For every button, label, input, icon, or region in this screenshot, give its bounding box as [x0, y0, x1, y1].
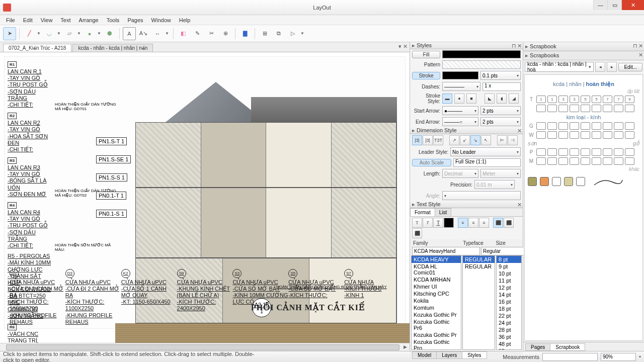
- dim-btn-3[interactable]: T3T: [433, 135, 443, 145]
- close-icon[interactable]: ✕: [638, 43, 643, 49]
- dim-btn-6[interactable]: ↘: [470, 135, 480, 145]
- scrapbook-select[interactable]: kcda - nhãn : kcda | nhãn | hoà: [525, 62, 594, 72]
- start-arrow-select[interactable]: ●———: [442, 106, 478, 115]
- family-list[interactable]: KCDA HEAVYKCDA HL Comic01KCDA MRHANKhmer…: [411, 255, 461, 350]
- tab-list[interactable]: List: [435, 208, 452, 216]
- menu-arrange[interactable]: Arrange: [76, 16, 102, 24]
- stroke-swatch[interactable]: [442, 71, 478, 79]
- align-right[interactable]: ≡: [479, 218, 489, 228]
- cap-flat[interactable]: ▬: [442, 94, 452, 104]
- rect-tool[interactable]: ▱: [63, 27, 76, 40]
- measurements-input[interactable]: [542, 353, 598, 361]
- join-bevel[interactable]: ◢: [509, 94, 519, 104]
- menu-window[interactable]: Window: [148, 16, 174, 24]
- fill-swatch[interactable]: [442, 50, 521, 58]
- btab-model[interactable]: Model: [412, 351, 437, 359]
- split-tool[interactable]: ✂: [205, 27, 218, 40]
- dim-dropdown[interactable]: ▼: [165, 31, 170, 36]
- sb-edit-button[interactable]: Edit...: [618, 63, 642, 71]
- drawing-page[interactable]: R1LAN CAN R 1-TAY VIN GỖ-TRỤ POST GỖ-SƠN…: [4, 56, 406, 329]
- zoom-input[interactable]: [601, 353, 636, 361]
- close-icon[interactable]: ✕: [517, 128, 522, 134]
- end-arrow-size[interactable]: 2 pts: [480, 117, 521, 126]
- minimize-button[interactable]: —: [593, 0, 607, 10]
- stroke-toggle[interactable]: Stroke: [412, 72, 440, 79]
- close-icon[interactable]: ✕: [638, 52, 643, 58]
- menu-tools[interactable]: Tools: [104, 16, 123, 24]
- valign-bot[interactable]: ⬛: [412, 228, 422, 238]
- end-arrow-select[interactable]: ———○: [442, 117, 478, 126]
- close-icon[interactable]: ✕: [517, 43, 522, 49]
- select-tool[interactable]: ➤: [3, 27, 16, 40]
- tab-inactive[interactable]: kcda - nhãn - kcda | nhãn | nền: [72, 44, 153, 52]
- pin-icon[interactable]: ⊓: [633, 43, 637, 49]
- pin-icon[interactable]: ⊓: [512, 43, 516, 49]
- underline-button[interactable]: T: [433, 218, 443, 228]
- dim-btn-1[interactable]: |3|: [412, 135, 422, 145]
- cap-square[interactable]: ■: [466, 94, 476, 104]
- join-tool[interactable]: ⊕: [219, 27, 232, 40]
- menu-view[interactable]: View: [38, 16, 56, 24]
- dimension-tool[interactable]: ↔: [151, 27, 164, 40]
- btab-pages[interactable]: Pages: [525, 343, 550, 351]
- menu-file[interactable]: File: [3, 16, 18, 24]
- scrapbook-content[interactable]: kcda | nhãn | hoàn thiện ốp lát T1133557…: [524, 74, 643, 341]
- menu-text[interactable]: Text: [57, 16, 73, 24]
- auto-scale-button[interactable]: Auto Scale: [412, 159, 451, 166]
- angle-select[interactable]: [442, 191, 521, 200]
- scale-input[interactable]: Full Size (1:1): [453, 158, 521, 167]
- scrapbooks-sub[interactable]: Scrapbooks✕: [523, 51, 644, 60]
- bold-button[interactable]: T: [412, 218, 422, 228]
- menu-edit[interactable]: Edit: [20, 16, 36, 24]
- typeface-list[interactable]: REGULARREGULAR: [462, 255, 495, 350]
- dim-btn-9[interactable]: ⊣: [508, 135, 518, 145]
- dim-btn-2[interactable]: |3|: [423, 135, 433, 145]
- present-tool[interactable]: ▇: [238, 27, 252, 40]
- rect-dropdown[interactable]: ▼: [77, 31, 82, 36]
- textstyle-header[interactable]: Text Style✕: [410, 201, 523, 208]
- tabs-dropdown[interactable]: ▾ ✕: [398, 43, 408, 50]
- polygon-tool[interactable]: ⬢: [103, 27, 116, 40]
- styles-header[interactable]: Styles⊓✕: [410, 42, 523, 49]
- arc-dropdown[interactable]: ▼: [57, 31, 62, 36]
- line-dropdown[interactable]: ▼: [37, 31, 42, 36]
- dim-btn-8[interactable]: ⊢: [497, 135, 507, 145]
- size-list[interactable]: 8 pt9 pt10 pt11 pt12 pt14 pt16 pt18 pt22…: [496, 255, 522, 350]
- pattern-swatch[interactable]: [442, 60, 521, 69]
- fill-toggle[interactable]: Fill: [412, 51, 440, 58]
- tab-active[interactable]: 0702_A_Kiến Trúc - A218: [3, 44, 71, 52]
- h-scrollbar[interactable]: [0, 343, 410, 351]
- tab-format[interactable]: Format: [410, 208, 435, 216]
- btab-styles[interactable]: Styles: [462, 351, 487, 359]
- style-tool[interactable]: ✎: [191, 27, 204, 40]
- page-dropdown[interactable]: ▼: [300, 31, 305, 36]
- maximize-button[interactable]: ▭: [607, 0, 621, 10]
- length-unit[interactable]: Meter: [480, 169, 521, 178]
- btab-layers[interactable]: Layers: [436, 351, 462, 359]
- join-miter[interactable]: ◣: [485, 94, 495, 104]
- stroke-width[interactable]: 0.1 pts: [480, 71, 521, 80]
- cap-round[interactable]: ●: [454, 94, 464, 104]
- align-left[interactable]: ≡: [458, 218, 468, 228]
- dim-btn-5[interactable]: ↙: [460, 135, 470, 145]
- menu-pages[interactable]: Pages: [124, 16, 146, 24]
- dup-page-tool[interactable]: ⧉: [272, 27, 285, 40]
- align-center[interactable]: ≡: [468, 218, 478, 228]
- color-button[interactable]: [444, 218, 454, 228]
- text-tool[interactable]: A: [123, 27, 136, 40]
- circle-tool[interactable]: ●: [83, 27, 96, 40]
- dim-btn-7[interactable]: ↖: [481, 135, 491, 145]
- arc-tool[interactable]: ◡: [43, 27, 56, 40]
- family-input[interactable]: [412, 247, 480, 255]
- sb-next[interactable]: ▸: [607, 62, 617, 72]
- italic-button[interactable]: T: [423, 218, 433, 228]
- dimension-header[interactable]: Dimension Style✕: [410, 127, 523, 134]
- menu-help[interactable]: Help: [176, 16, 194, 24]
- close-icon[interactable]: ✕: [517, 202, 522, 208]
- dashes-select[interactable]: ————: [442, 82, 480, 91]
- circle-dropdown[interactable]: ▼: [97, 31, 102, 36]
- canvas[interactable]: R1LAN CAN R 1-TAY VIN GỖ-TRỤ POST GỖ-SƠN…: [0, 52, 410, 343]
- next-page-tool[interactable]: ▷: [286, 27, 299, 40]
- valign-top[interactable]: ⬛: [493, 218, 503, 228]
- dash-scale[interactable]: 1 x: [482, 82, 521, 91]
